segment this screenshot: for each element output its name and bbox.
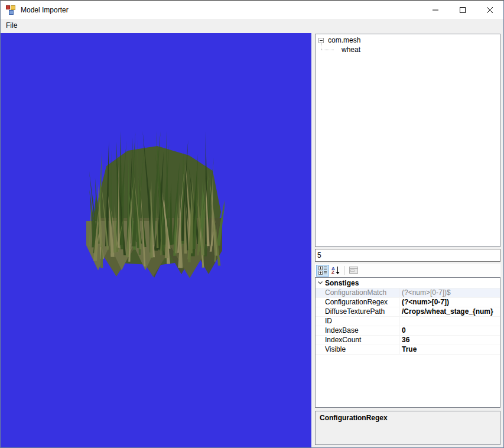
window-title: Model Importer [21,6,69,14]
titlebar: Model Importer [1,1,503,19]
tree-connector-horizontal [321,50,334,50]
minimize-button[interactable] [422,1,449,19]
alphabetical-sort-button[interactable]: AZ [329,265,342,277]
property-row[interactable]: IndexCount 36 [316,336,500,345]
property-name: DiffuseTexturePath [316,307,399,316]
property-value[interactable]: /Crops/wheat_stage_{num} [399,307,500,316]
property-value[interactable]: 36 [399,336,500,345]
tree-root-label[interactable]: com.mesh [328,36,360,44]
property-value[interactable] [399,317,500,326]
property-name: IndexCount [316,336,399,345]
mesh-tree[interactable]: com.mesh wheat [315,34,500,247]
app-icon [6,5,15,15]
property-name: ID [316,317,399,326]
wheat-model-render [86,129,225,281]
model-importer-window: Model Importer File com.mesh [0,0,504,448]
property-name: ConfigurationRegex [316,298,399,307]
selected-property-name: ConfigurationRegex [320,414,496,422]
categorized-icon [318,266,327,275]
3d-viewport[interactable] [1,33,311,447]
app-icon-yellow-square [11,5,15,10]
chevron-down-icon[interactable] [316,281,324,284]
property-description-panel: ConfigurationRegex [315,411,500,445]
property-pages-icon [349,267,358,274]
minimize-icon [433,7,438,13]
property-value[interactable]: (?<num>[0-7])$ [399,288,500,297]
toolbar-separator [344,266,344,275]
tree-node-child[interactable]: wheat [316,45,500,54]
property-row[interactable]: ConfigurationRegex (?<num>[0-7]) [316,298,500,307]
menu-file[interactable]: File [1,19,22,33]
property-row[interactable]: ConfigurationMatch (?<num>[0-7])$ [316,288,500,298]
maximize-icon [460,7,466,13]
window-controls [422,1,503,19]
property-value[interactable]: (?<num>[0-7]) [399,298,500,307]
model-index-input[interactable] [316,249,500,261]
collapse-minus-icon[interactable] [318,38,324,43]
property-row[interactable]: Visible True [316,345,500,355]
property-grid[interactable]: Sonstiges ConfigurationMatch (?<num>[0-7… [315,277,500,408]
alphabetical-sort-icon: AZ [331,267,340,275]
property-pages-button[interactable] [347,265,360,277]
property-value[interactable]: True [399,345,500,354]
property-row[interactable]: DiffuseTexturePath /Crops/wheat_stage_{n… [316,307,500,317]
property-row[interactable]: IndexBase 0 [316,326,500,336]
category-row[interactable]: Sonstiges [316,278,500,288]
property-grid-toolbar: AZ [315,264,500,277]
property-rows: ConfigurationMatch (?<num>[0-7])$ Config… [316,288,500,355]
property-name: ConfigurationMatch [316,288,399,297]
tree-child-label[interactable]: wheat [342,46,360,54]
right-panel: com.mesh wheat [315,33,500,447]
tree-node-root[interactable]: com.mesh [316,35,500,45]
app-icon-blue-square [9,10,14,15]
tree-connector-vertical [321,43,321,50]
categorized-view-button[interactable] [316,265,329,277]
model-index-box [315,249,500,262]
close-icon [487,7,493,13]
category-label: Sonstiges [325,279,359,287]
property-value[interactable]: 0 [399,326,500,335]
app-icon-red-square [6,5,10,9]
close-button[interactable] [476,1,503,19]
property-name: Visible [316,345,399,354]
property-row[interactable]: ID [316,317,500,326]
property-name: IndexBase [316,326,399,335]
menubar: File [1,19,503,33]
maximize-button[interactable] [449,1,476,19]
